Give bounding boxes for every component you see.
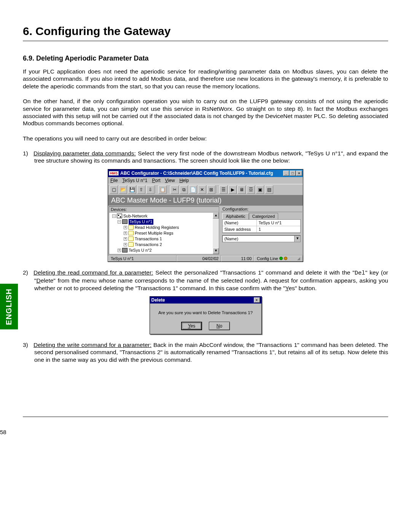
devices-tree[interactable]: −Sub-Network −TeSys U n°1 +Read Holding …	[109, 212, 219, 254]
step-1: 1)Displaying parameter data commands: Se…	[23, 150, 388, 165]
toolbar-cut-icon[interactable]: ✂	[170, 185, 179, 194]
tree-subnetwork[interactable]: −Sub-Network	[111, 213, 218, 219]
step-2-label: Deleting the read command for a paramete…	[33, 269, 153, 276]
tree-transactions-2[interactable]: +Transactions 2	[111, 242, 218, 248]
abc-window-title: ABC Configurator - C:\Schneider\ABC Conf…	[120, 171, 283, 176]
network-icon	[117, 214, 122, 218]
menu-view[interactable]: View	[165, 178, 175, 183]
resize-grip-icon[interactable]: ◢	[297, 256, 300, 260]
led-amber-icon	[284, 257, 287, 260]
tree-transactions-1[interactable]: +Transactions 1	[111, 236, 218, 242]
folder-icon	[128, 242, 134, 247]
devices-label: Devices:	[109, 207, 219, 212]
abc-mode-bar: ABC Master Mode - LUFP9 (tutorial)	[108, 195, 303, 206]
toolbar-list-icon[interactable]: ☲	[247, 185, 255, 194]
delete-confirm-dialog: Delete × Are you sure you want to Delete…	[150, 296, 262, 334]
toolbar-upload-icon[interactable]: ⇧	[137, 185, 145, 194]
toolbar-delete-icon[interactable]: ✕	[198, 185, 206, 194]
toolbar-paste2-icon[interactable]: 📄	[189, 185, 197, 194]
abc-statusbar: TeSys U n°1 04/02/02 11:00 Config Line◢	[108, 255, 303, 262]
config-label: Configuration:	[221, 206, 302, 212]
dialog-message: Are you sure you want to Delete Transact…	[155, 310, 256, 315]
chapter-title: 6. Configuring the Gateway	[23, 25, 388, 38]
status-date: 04/02/02	[177, 256, 221, 262]
status-node: TeSys U n°1	[108, 256, 177, 262]
status-config-line: Config Line◢	[254, 256, 303, 262]
device-icon	[122, 248, 127, 252]
prop-name-val[interactable]: TeSys U n°1	[257, 220, 300, 226]
toolbar-copy-icon[interactable]: ⧉	[180, 185, 188, 194]
abc-toolbar: ▢ 📂 💾 ⇧ ⇩ 📋 ✂ ⧉ 📄 ✕ ⊞ ☰ ▶ 🖥 ☲ ▣ ▤	[108, 184, 303, 195]
toolbar-paste-icon[interactable]: 📋	[158, 185, 167, 194]
folder-icon	[128, 236, 134, 241]
prop-name-key: (Name)	[223, 220, 257, 226]
paragraph-2: On the other hand, if the only configura…	[23, 97, 388, 127]
dropdown-icon[interactable]: ▾	[294, 236, 300, 242]
led-green-icon	[279, 257, 283, 260]
abc-titlebar: HMS ABC Configurator - C:\Schneider\ABC …	[108, 169, 303, 177]
paragraph-1: If your PLC application does not need th…	[23, 68, 388, 90]
minimize-button[interactable]: _	[283, 171, 289, 176]
prop-slave-val[interactable]: 1	[257, 226, 300, 232]
toolbar-monitor-icon[interactable]: 🖥	[237, 185, 246, 194]
prop-slave-key: Slave address	[223, 226, 257, 232]
toolbar-insert-icon[interactable]: ⊞	[207, 185, 215, 194]
tree-tesys2[interactable]: +TeSys U n°2	[111, 248, 218, 253]
maximize-button[interactable]: □	[290, 171, 296, 176]
menu-file[interactable]: File	[110, 178, 118, 183]
dialog-title: Delete	[151, 297, 254, 303]
tree-tesys1[interactable]: −TeSys U n°1	[111, 219, 218, 225]
toolbar-props-icon[interactable]: ☰	[219, 185, 228, 194]
property-grid[interactable]: (Name)TeSys U n°1 Slave address1	[222, 219, 301, 233]
toolbar-sep	[168, 186, 169, 193]
menu-node[interactable]: TeSys U n°1	[122, 178, 147, 183]
paragraph-3: The operations you will need to carry ou…	[23, 135, 388, 142]
step-3: 3)Deleting the write command for a param…	[23, 341, 388, 363]
tree-scrollbar[interactable]: ▲ ▼	[213, 212, 219, 254]
toolbar-sep	[156, 186, 157, 193]
step-1-label: Displaying parameter data commands:	[33, 150, 136, 157]
tab-categorized[interactable]: Categorized	[249, 213, 278, 219]
section-title: 6.9. Deleting Aperiodic Parameter Data	[23, 54, 388, 62]
close-button[interactable]: ×	[296, 171, 302, 176]
toolbar-doc-icon[interactable]: ▤	[265, 185, 273, 194]
toolbar-screen-icon[interactable]: ▣	[256, 185, 264, 194]
menu-port[interactable]: Port	[152, 178, 161, 183]
dialog-close-button[interactable]: ×	[254, 297, 260, 303]
toolbar-save-icon[interactable]: 💾	[128, 185, 136, 194]
hms-badge: HMS	[109, 171, 119, 176]
scroll-up-icon[interactable]: ▲	[213, 212, 219, 219]
page-number: 58	[0, 429, 6, 435]
scroll-down-icon[interactable]: ▼	[213, 248, 219, 254]
folder-icon	[128, 225, 134, 230]
device-icon	[122, 219, 127, 224]
toolbar-sep	[217, 186, 218, 193]
rule-top	[23, 41, 388, 41]
dialog-titlebar: Delete ×	[150, 297, 261, 304]
rule-bottom	[23, 417, 388, 417]
property-selector[interactable]: (Name) ▾	[222, 235, 301, 242]
no-button[interactable]: No	[209, 322, 230, 330]
toolbar-download-icon[interactable]: ⇩	[146, 185, 155, 194]
folder-icon	[128, 231, 134, 235]
toolbar-new-icon[interactable]: ▢	[110, 185, 118, 194]
yes-button[interactable]: Yes	[181, 322, 202, 330]
step-3-label: Deleting the write command for a paramet…	[33, 342, 151, 348]
menu-help[interactable]: Help	[179, 178, 189, 183]
toolbar-open-icon[interactable]: 📂	[119, 185, 127, 194]
tree-preset-multiple[interactable]: +Preset Multiple Regs	[111, 230, 218, 236]
tree-read-holding[interactable]: +Read Holding Registers	[111, 225, 218, 230]
tab-alphabetic[interactable]: Alphabetic	[222, 213, 249, 219]
toolbar-play-icon[interactable]: ▶	[228, 185, 237, 194]
abc-menubar: File TeSys U n°1 Port View Help	[108, 177, 303, 184]
status-time: 11:00	[221, 256, 254, 262]
abc-configurator-window: HMS ABC Configurator - C:\Schneider\ABC …	[108, 169, 303, 262]
step-2: 2)Deleting the read command for a parame…	[23, 269, 388, 292]
